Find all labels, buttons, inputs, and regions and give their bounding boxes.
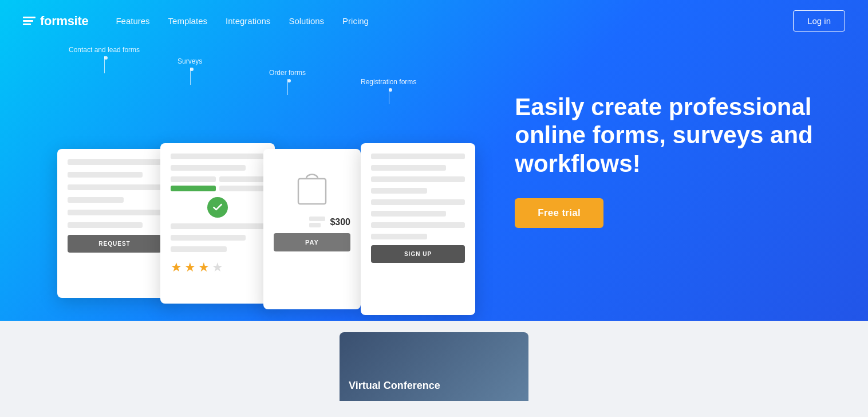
card-contact: REQUEST (57, 149, 172, 298)
label-registration: Registration forms (361, 78, 416, 89)
svg-rect-0 (298, 179, 326, 204)
nav-pricing[interactable]: Pricing (342, 16, 369, 26)
form-field (68, 172, 143, 178)
price-row: $300 (274, 217, 350, 227)
form-field (68, 184, 161, 190)
form-field (68, 222, 143, 228)
logo-text: ​formsite (40, 14, 88, 29)
form-field (68, 159, 161, 165)
form-field (371, 211, 446, 217)
form-field (68, 197, 124, 203)
star-3: ★ (198, 260, 210, 275)
form-field (371, 165, 446, 171)
logo[interactable]: ​formsite (23, 14, 88, 29)
forms-container: Contact and lead forms Surveys Order for… (23, 46, 492, 321)
main-nav: Features Templates Integrations Solution… (116, 16, 793, 26)
survey-grid (171, 176, 265, 191)
star-2: ★ (184, 260, 196, 275)
form-field (171, 154, 265, 159)
login-button[interactable]: Log in (793, 10, 845, 32)
nav-integrations[interactable]: Integrations (226, 16, 270, 26)
header-actions: Log in (793, 10, 845, 32)
form-field (171, 165, 246, 171)
below-hero-section: Virtual Conference (0, 321, 868, 417)
hero-section: Contact and lead forms Surveys Order for… (0, 0, 868, 321)
card-registration: SIGN UP (361, 143, 475, 315)
label-order: Order forms (269, 69, 306, 80)
free-trial-button[interactable]: Free trial (515, 198, 603, 228)
form-field (371, 199, 465, 205)
card-surveys: ★ ★ ★ ★ (160, 143, 275, 304)
star-rating: ★ ★ ★ ★ (171, 260, 265, 275)
form-field (68, 210, 161, 215)
star-4: ★ (212, 260, 223, 275)
site-header: ​formsite Features Templates Integration… (0, 0, 868, 42)
signup-button[interactable]: SIGN UP (371, 245, 465, 263)
conference-card-bg: Virtual Conference (340, 332, 528, 401)
form-field (171, 246, 227, 252)
order-price: $300 (330, 217, 350, 227)
check-icon (207, 197, 228, 218)
star-1: ★ (171, 260, 182, 275)
hero-forms: Contact and lead forms Surveys Order for… (0, 0, 503, 321)
form-field (371, 234, 427, 239)
pay-button[interactable]: PAY (274, 233, 350, 251)
logo-icon (23, 17, 35, 25)
form-field (171, 223, 265, 229)
nav-templates[interactable]: Templates (168, 16, 207, 26)
conference-title: Virtual Conference (349, 380, 440, 392)
label-contact: Contact and lead forms (69, 46, 140, 57)
bag-icon (292, 164, 332, 210)
hero-headline: Easily create professional online forms,… (515, 93, 834, 178)
nav-solutions[interactable]: Solutions (289, 16, 324, 26)
form-field (171, 235, 246, 241)
form-field (371, 188, 427, 194)
conference-card: Virtual Conference (340, 332, 528, 401)
request-button[interactable]: REQUEST (68, 235, 161, 253)
label-surveys: Surveys (177, 57, 202, 69)
card-order: $300 PAY (263, 149, 361, 309)
hero-content: Easily create professional online forms,… (503, 93, 868, 229)
form-field (371, 222, 465, 228)
form-field (371, 176, 465, 182)
nav-features[interactable]: Features (116, 16, 149, 26)
form-field (371, 154, 465, 159)
